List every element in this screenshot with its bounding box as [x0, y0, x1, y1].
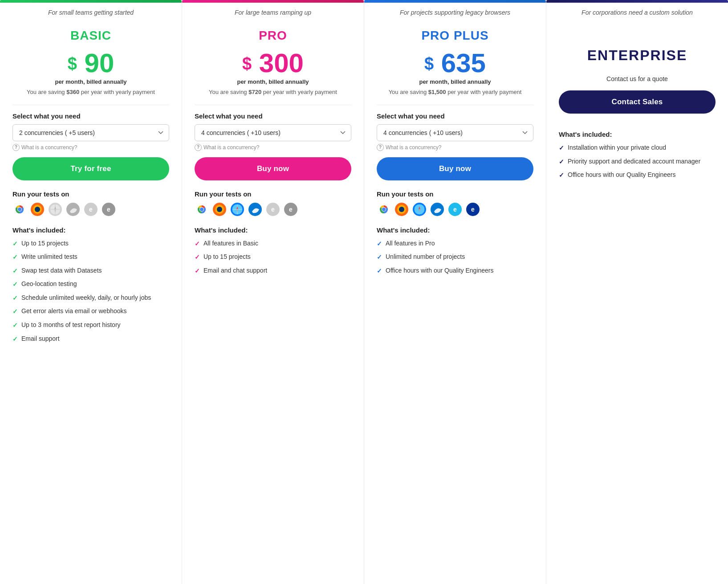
- firefox-icon: [30, 202, 45, 216]
- basic-run-label: Run your tests on: [12, 190, 169, 198]
- proplus-concurrency-hint: ? What is a concurrency?: [377, 144, 533, 151]
- svg-text:e: e: [289, 206, 293, 213]
- plan-enterprise: For corporations need a custom solution …: [546, 0, 728, 584]
- pro-browsers: e e: [195, 202, 351, 216]
- list-item: ✓Priority support and dedicated account …: [559, 157, 716, 167]
- basic-saving: You are saving $360 per year with yearly…: [12, 88, 169, 97]
- check-icon: ✓: [559, 171, 564, 180]
- firefox-icon: [395, 202, 409, 216]
- hint-icon: ?: [12, 144, 20, 151]
- ie-icon: e: [448, 202, 462, 216]
- edge-icon: [430, 202, 444, 216]
- proplus-saving: You are saving $1,500 per year with year…: [377, 88, 533, 97]
- proplus-concurrency-select[interactable]: 4 concurrencies ( +10 users) 2 concurren…: [377, 124, 533, 141]
- svg-point-3: [18, 208, 21, 211]
- basic-top-bar: [0, 0, 182, 3]
- enterprise-contact-text: Contact us for a quote: [559, 75, 716, 82]
- hint-icon: ?: [377, 144, 384, 151]
- check-icon: ✓: [12, 267, 18, 276]
- check-icon: ✓: [377, 267, 382, 276]
- check-icon: ✓: [12, 321, 18, 330]
- svg-point-40: [399, 207, 404, 212]
- hint-icon: ?: [195, 144, 202, 151]
- check-icon: ✓: [559, 144, 564, 153]
- check-icon: ✓: [377, 253, 382, 262]
- svg-point-42: [414, 204, 425, 215]
- proplus-select-label: Select what you need: [377, 112, 533, 120]
- list-item: ✓Email and chat support: [195, 266, 351, 276]
- pro-concurrency-select[interactable]: 4 concurrencies ( +10 users) 2 concurren…: [195, 124, 351, 141]
- enterprise-plan-name: ENTERPRISE: [559, 47, 716, 64]
- pro-run-label: Run your tests on: [195, 190, 351, 198]
- pro-saving: You are saving $720 per year with yearly…: [195, 88, 351, 97]
- proplus-billing: per month, billed annually: [377, 78, 533, 85]
- proplus-feature-list: ✓All features in Pro ✓Unlimited number o…: [377, 239, 533, 276]
- check-icon: ✓: [12, 335, 18, 344]
- ie2-icon: e: [102, 202, 116, 216]
- basic-concurrency-hint: ? What is a concurrency?: [12, 144, 169, 151]
- enterprise-top-bar: [546, 0, 728, 3]
- list-item: ✓Office hours with our Quality Engineers: [377, 266, 533, 276]
- pro-concurrency-hint: ? What is a concurrency?: [195, 144, 351, 151]
- svg-point-37: [382, 208, 386, 211]
- pro-billing: per month, billed annually: [195, 78, 351, 85]
- list-item: ✓Unlimited number of projects: [377, 253, 533, 262]
- list-item: ✓Schedule unlimited weekly, daily, or ho…: [12, 294, 169, 303]
- basic-price: $ 90: [12, 50, 169, 77]
- proplus-top-bar: [364, 0, 546, 3]
- proplus-browsers: e e: [377, 202, 533, 216]
- enterprise-cta-button[interactable]: Contact Sales: [559, 90, 716, 114]
- list-item: ✓Write unlimited tests: [12, 253, 169, 262]
- enterprise-included-label: What's included:: [559, 131, 716, 138]
- list-item: ✓Up to 3 months of test report history: [12, 321, 169, 330]
- list-item: ✓Office hours with our Quality Engineers: [559, 171, 716, 180]
- chrome-icon: [377, 202, 391, 216]
- pro-select-label: Select what you need: [195, 112, 351, 120]
- ie-icon: e: [84, 202, 98, 216]
- check-icon: ✓: [12, 307, 18, 316]
- proplus-cta-button[interactable]: Buy now: [377, 157, 533, 180]
- check-icon: ✓: [12, 294, 18, 303]
- pro-feature-list: ✓All features in Basic ✓Up to 15 project…: [195, 239, 351, 276]
- list-item: ✓Up to 15 projects: [12, 239, 169, 249]
- pro-subtitle: For large teams ramping up: [195, 0, 351, 20]
- svg-text:e: e: [107, 206, 110, 213]
- ie2-icon: e: [466, 202, 480, 216]
- safari-icon: [48, 202, 62, 216]
- basic-billing: per month, billed annually: [12, 78, 169, 85]
- safari-icon: [412, 202, 427, 216]
- proplus-plan-name: PRO PLUS: [377, 29, 533, 43]
- pro-cta-button[interactable]: Buy now: [195, 157, 351, 180]
- enterprise-subtitle: For corporations need a custom solution: [559, 0, 716, 20]
- ie2-icon: e: [284, 202, 298, 216]
- list-item: ✓Geo-location testing: [12, 280, 169, 289]
- plan-basic: For small teams getting started BASIC $ …: [0, 0, 182, 584]
- proplus-included-label: What's included:: [377, 226, 533, 234]
- chrome-icon: [12, 202, 27, 216]
- basic-cta-button[interactable]: Try for free: [12, 157, 169, 180]
- svg-text:e: e: [89, 206, 93, 213]
- check-icon: ✓: [195, 240, 200, 249]
- plan-pro: For large teams ramping up PRO $ 300 per…: [182, 0, 364, 584]
- svg-point-20: [200, 208, 203, 211]
- firefox-icon: [212, 202, 227, 216]
- basic-browsers: e e: [12, 202, 169, 216]
- list-item: ✓Get error alerts via email or webhooks: [12, 307, 169, 316]
- check-icon: ✓: [12, 253, 18, 262]
- proplus-subtitle: For projects supporting legacy browsers: [377, 0, 533, 20]
- list-item: ✓Email support: [12, 335, 169, 344]
- edge-icon: [66, 202, 80, 216]
- check-icon: ✓: [559, 158, 564, 167]
- proplus-run-label: Run your tests on: [377, 190, 533, 198]
- basic-included-label: What's included:: [12, 226, 169, 234]
- list-item: ✓Swap test data with Datasets: [12, 266, 169, 276]
- pro-price: $ 300: [195, 50, 351, 77]
- check-icon: ✓: [195, 267, 200, 276]
- proplus-price: $ 635: [377, 50, 533, 77]
- svg-point-6: [35, 207, 40, 212]
- pro-plan-name: PRO: [195, 29, 351, 43]
- check-icon: ✓: [12, 280, 18, 289]
- check-icon: ✓: [377, 240, 382, 249]
- basic-concurrency-select[interactable]: 2 concurrencies ( +5 users) 4 concurrenc…: [12, 124, 169, 141]
- list-item: ✓All features in Pro: [377, 239, 533, 249]
